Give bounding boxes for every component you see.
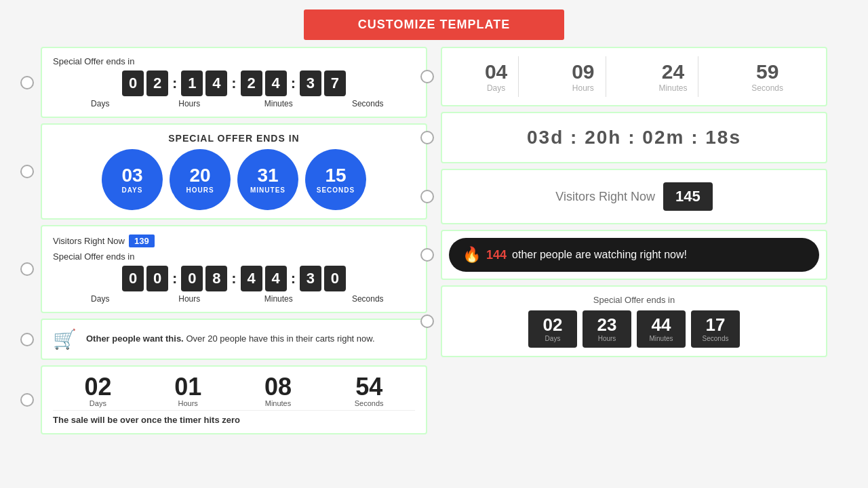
cart-text: Other people want this. Over 20 people h…	[86, 333, 375, 345]
r-card1-outer: 04 Days 09 Hours 24 Minutes 59 Seconds	[441, 47, 827, 106]
card3-labels: Days Hours Minutes Seconds	[53, 294, 415, 304]
c3-tile-m1: 4	[241, 266, 262, 291]
c3-sep3: :	[291, 270, 296, 287]
sep3: :	[291, 75, 296, 92]
r-days: 04 Days	[474, 56, 519, 97]
card5-outer: 02 Days 01 Hours 08 Minutes 54 Seconds	[41, 365, 427, 434]
left-column: Special Offer ends in 0 2 : 1 4 : 2 4 : …	[41, 47, 427, 434]
main-content: Special Offer ends in 0 2 : 1 4 : 2 4 : …	[0, 47, 868, 434]
flame-icon: 🔥	[462, 246, 481, 264]
r-card2: 03d : 20h : 02m : 18s	[441, 112, 827, 163]
flip-tile-d1: 0	[122, 70, 144, 96]
c5-hours-label: Hours	[174, 399, 201, 407]
r-card3-radio[interactable]	[420, 190, 434, 203]
c3-label-minutes: Minutes	[255, 294, 302, 304]
card1: Special Offer ends in 0 2 : 1 4 : 2 4 : …	[41, 47, 427, 118]
c5-days-num: 02	[84, 375, 111, 399]
flip-tile-m2: 4	[265, 70, 287, 96]
card3-subtitle: Special Offer ends in	[53, 251, 415, 262]
cart-desc: Over 20 people have this in their carts …	[186, 333, 374, 344]
card2-radio[interactable]	[20, 165, 34, 178]
r-card4-radio[interactable]	[420, 248, 434, 262]
circle-hours-num: 20	[189, 166, 210, 185]
card4-content: 🛒 Other people want this. Over 20 people…	[53, 328, 415, 350]
r-card5-tiles: 02 Days 23 Hours 44 Minutes 17 Seconds	[453, 310, 815, 348]
c3-sep1: :	[172, 270, 177, 287]
card1-outer: Special Offer ends in 0 2 : 1 4 : 2 4 : …	[41, 47, 427, 118]
circle-hours: 20 HOURS	[170, 149, 231, 210]
r-card2-radio[interactable]	[420, 131, 434, 144]
circle-minutes-label: MINUTES	[250, 186, 285, 194]
r-card5-radio[interactable]	[420, 314, 434, 328]
card5-radio[interactable]	[20, 393, 34, 407]
card1-radio[interactable]	[20, 76, 34, 89]
r-minutes: 24 Minutes	[648, 56, 698, 97]
r-seconds: 59 Seconds	[741, 56, 794, 97]
label-hours: Hours	[165, 99, 213, 108]
c5-minutes: 08 Minutes	[264, 375, 292, 407]
r-card3-count: 145	[663, 182, 713, 211]
r-card5-title: Special Offer ends in	[453, 295, 815, 305]
flip-tile-d2: 2	[146, 70, 168, 96]
card1-tiles: 0 2 : 1 4 : 2 4 : 3 7	[53, 70, 415, 96]
r-minutes-label: Minutes	[658, 83, 687, 93]
label-days: Days	[77, 99, 124, 108]
card3-radio[interactable]	[20, 262, 34, 276]
card2-title: SPECIAL OFFER ENDS IN	[53, 133, 415, 144]
r-c5-hours-label: Hours	[587, 335, 627, 342]
card2-circles: 03 DAYS 20 HOURS 31 MINUTES 15 SECONDS	[53, 149, 415, 210]
r-card1-grid: 04 Days 09 Hours 24 Minutes 59 Seconds	[453, 56, 815, 97]
c3-label-hours: Hours	[165, 294, 213, 304]
c3-label-seconds: Seconds	[344, 294, 391, 304]
r-c5-minutes-num: 44	[641, 316, 682, 333]
r-card3: Visitors Right Now 145	[441, 169, 827, 224]
cart-bold: Other people want this.	[86, 333, 184, 344]
r-days-label: Days	[485, 83, 507, 93]
c5-seconds: 54 Seconds	[355, 375, 384, 407]
watching-text: other people are watching right now!	[512, 249, 687, 261]
r-hours: 09 Hours	[561, 56, 606, 97]
circle-days: 03 DAYS	[102, 149, 163, 210]
c5-hours: 01 Hours	[174, 375, 201, 407]
c3-label-days: Days	[77, 294, 124, 304]
c3-tile-h1: 0	[181, 266, 203, 291]
circle-seconds: 15 SECONDS	[305, 149, 366, 210]
card4-radio[interactable]	[20, 333, 34, 346]
card3-visitors-count: 139	[129, 235, 155, 247]
card4-outer: 🛒 Other people want this. Over 20 people…	[41, 319, 427, 360]
c3-tile-m2: 4	[265, 266, 287, 291]
r-c5-seconds-label: Seconds	[695, 335, 736, 342]
circle-minutes-num: 31	[257, 166, 278, 185]
right-column: 04 Days 09 Hours 24 Minutes 59 Seconds	[434, 47, 827, 434]
r-card2-text: 03d : 20h : 02m : 18s	[456, 127, 812, 148]
r-seconds-label: Seconds	[751, 83, 783, 93]
r-c5-hours-num: 23	[587, 316, 627, 333]
card2: SPECIAL OFFER ENDS IN 03 DAYS 20 HOURS 3…	[41, 123, 427, 220]
r-c5-days-num: 02	[532, 316, 573, 333]
c5-days: 02 Days	[84, 375, 111, 407]
cart-icon: 🛒	[53, 328, 77, 350]
circle-seconds-label: SECONDS	[317, 186, 355, 194]
r-c5-minutes: 44 Minutes	[637, 310, 686, 348]
r-card4-outer: 🔥 144 other people are watching right no…	[441, 230, 827, 280]
c3-tile-s1: 3	[300, 266, 321, 291]
circle-hours-label: HOURS	[186, 186, 214, 194]
flip-tile-s2: 7	[324, 70, 346, 96]
card2-outer: SPECIAL OFFER ENDS IN 03 DAYS 20 HOURS 3…	[41, 123, 427, 220]
c5-minutes-label: Minutes	[264, 399, 292, 407]
flip-tile-m1: 2	[241, 70, 262, 96]
label-seconds: Seconds	[344, 99, 391, 108]
circle-days-label: DAYS	[122, 186, 143, 194]
flip-tile-s1: 3	[300, 70, 321, 96]
card4: 🛒 Other people want this. Over 20 people…	[41, 319, 427, 360]
r-hours-num: 09	[572, 60, 594, 83]
flip-tile-h2: 4	[205, 70, 227, 96]
customize-button[interactable]: CUSTOMIZE TEMPLATE	[304, 9, 564, 40]
c3-tile-d1: 0	[122, 266, 144, 291]
c3-tile-s2: 0	[324, 266, 346, 291]
c3-tile-d2: 0	[146, 266, 168, 291]
r-card1-radio[interactable]	[420, 70, 434, 83]
circle-days-num: 03	[121, 166, 142, 185]
c5-seconds-label: Seconds	[355, 399, 384, 407]
card3-outer: Visitors Right Now 139 Special Offer end…	[41, 225, 427, 313]
